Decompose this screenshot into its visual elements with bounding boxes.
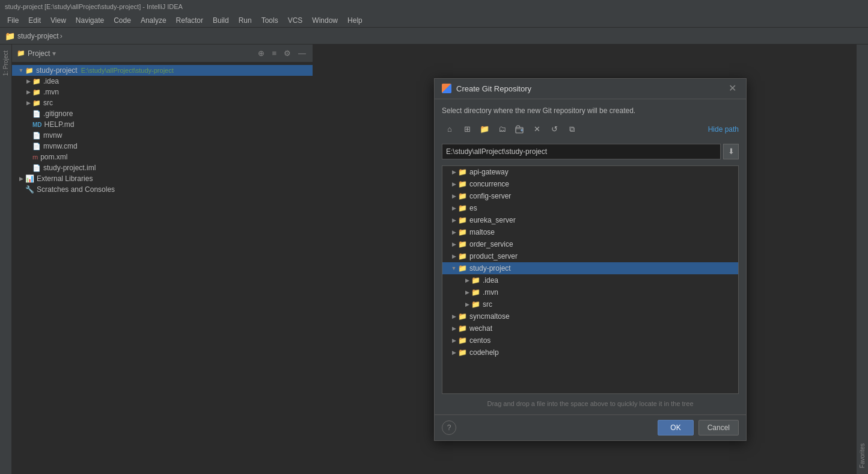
concurrence-folder-icon: 📁 bbox=[458, 180, 467, 188]
dialog-description: Select directory where the new Git repos… bbox=[442, 106, 739, 115]
api-gateway-folder-icon: 📁 bbox=[458, 168, 467, 176]
project-name-tag: study-project bbox=[17, 32, 59, 40]
panel-collapse-btn[interactable]: ≡ bbox=[270, 48, 278, 58]
menu-vcs[interactable]: VCS bbox=[283, 15, 308, 26]
dialog-tree-codehelp[interactable]: ▶ 📁 codehelp bbox=[442, 346, 738, 359]
tree-root-item[interactable]: ▼ 📁 study-project E:\study\allProject\st… bbox=[12, 65, 313, 76]
title-text: study-project [E:\study\allProject\study… bbox=[5, 3, 183, 10]
eureka-folder-icon: 📁 bbox=[458, 216, 467, 224]
tree-item-mvnwcmd[interactable]: 📄 mvnw.cmd bbox=[12, 141, 313, 152]
toolbar-folder-small-btn[interactable]: 🗂 bbox=[494, 122, 510, 137]
path-input[interactable] bbox=[442, 144, 721, 159]
project-tree[interactable]: ▼ 📁 study-project E:\study\allProject\st… bbox=[12, 63, 313, 474]
root-label: study-project bbox=[36, 66, 78, 75]
toolbar-view-btn[interactable]: ⊞ bbox=[459, 122, 475, 137]
dialog-tree-idea-child[interactable]: ▶ 📁 .idea bbox=[442, 274, 738, 286]
tree-item-ext-libs[interactable]: ▶ 📊 External Libraries bbox=[12, 173, 313, 184]
tree-item-helpmd[interactable]: MD HELP.md bbox=[12, 119, 313, 130]
menu-analyze[interactable]: Analyze bbox=[136, 15, 171, 26]
maltose-arrow: ▶ bbox=[450, 229, 458, 235]
path-download-btn[interactable]: ⬇ bbox=[723, 144, 739, 159]
iml-file-icon: 📄 bbox=[32, 164, 41, 172]
dialog-file-tree[interactable]: ▶ 📁 api-gateway ▶ 📁 concurrence bbox=[442, 165, 739, 394]
toolbar-home-btn[interactable]: ⌂ bbox=[442, 122, 457, 137]
dialog-tree-eureka[interactable]: ▶ 📁 eureka_server bbox=[442, 214, 738, 226]
dialog-title-bar: Create Git Repository ✕ bbox=[435, 79, 746, 99]
title-bar: study-project [E:\study\allProject\study… bbox=[0, 0, 868, 13]
mvn-folder-icon: 📁 bbox=[32, 88, 41, 96]
hide-path-link[interactable]: Hide path bbox=[708, 125, 739, 134]
panel-title-group: 📁 Project ▾ bbox=[17, 49, 56, 58]
main-layout: 1: Project 📁 Project ▾ ⊕ ≡ ⚙ — ▼ 📁 bbox=[0, 45, 868, 474]
product-server-folder-icon: 📁 bbox=[458, 252, 467, 260]
order-service-folder-icon: 📁 bbox=[458, 240, 467, 248]
tree-item-iml[interactable]: 📄 study-project.iml bbox=[12, 162, 313, 173]
menu-code[interactable]: Code bbox=[109, 15, 136, 26]
study-project-arrow: ▼ bbox=[450, 265, 458, 271]
pom-file-icon: m bbox=[32, 153, 38, 161]
menu-view[interactable]: View bbox=[46, 15, 71, 26]
tree-item-idea[interactable]: ▶ 📁 .idea bbox=[12, 76, 313, 87]
md-file-icon: MD bbox=[32, 122, 42, 128]
toolbar-delete-btn[interactable]: ✕ bbox=[529, 122, 545, 137]
favorites-strip: Favorites bbox=[856, 45, 868, 474]
toolbar-link-btn[interactable]: ⧉ bbox=[564, 122, 579, 137]
tree-item-src[interactable]: ▶ 📁 src bbox=[12, 97, 313, 108]
tree-item-mvnw[interactable]: 📄 mvnw bbox=[12, 130, 313, 141]
help-icon: ? bbox=[447, 423, 451, 432]
toolbar-refresh-btn[interactable]: ↺ bbox=[546, 122, 562, 137]
dialog-tree-mvn-child[interactable]: ▶ 📁 .mvn bbox=[442, 286, 738, 298]
dialog-tree-study-project[interactable]: ▼ 📁 study-project bbox=[442, 262, 738, 274]
dialog-tree-wechat[interactable]: ▶ 📁 wechat bbox=[442, 322, 738, 334]
dialog-tree-es[interactable]: ▶ 📁 es bbox=[442, 202, 738, 214]
panel-dropdown-arrow[interactable]: ▾ bbox=[52, 49, 56, 58]
menu-file[interactable]: File bbox=[2, 15, 23, 26]
ok-button[interactable]: OK bbox=[658, 420, 693, 436]
dialog-tree-maltose[interactable]: ▶ 📁 maltose bbox=[442, 226, 738, 238]
codehelp-arrow: ▶ bbox=[450, 349, 458, 356]
toolbar-folder-btn[interactable]: 📁 bbox=[477, 122, 492, 137]
root-folder-icon: 📁 bbox=[25, 67, 34, 75]
cancel-button[interactable]: Cancel bbox=[698, 420, 739, 436]
dialog-tree-product-server[interactable]: ▶ 📁 product_server bbox=[442, 250, 738, 262]
mvn-child-arrow: ▶ bbox=[463, 289, 471, 295]
help-button[interactable]: ? bbox=[442, 420, 456, 435]
dialog-tree-config-server[interactable]: ▶ 📁 config-server bbox=[442, 190, 738, 202]
dialog-tree-centos[interactable]: ▶ 📁 centos bbox=[442, 334, 738, 346]
tree-item-mvn[interactable]: ▶ 📁 .mvn bbox=[12, 87, 313, 97]
menu-navigate[interactable]: Navigate bbox=[71, 15, 109, 26]
dialog-close-button[interactable]: ✕ bbox=[726, 82, 739, 94]
menu-build[interactable]: Build bbox=[208, 15, 234, 26]
git-icon bbox=[442, 84, 451, 93]
dialog-tree-order-service[interactable]: ▶ 📁 order_service bbox=[442, 238, 738, 250]
tree-item-scratches[interactable]: 🔧 Scratches and Consoles bbox=[12, 184, 313, 195]
menu-tools[interactable]: Tools bbox=[257, 15, 283, 26]
menu-window[interactable]: Window bbox=[307, 15, 343, 26]
footer-buttons: OK Cancel bbox=[658, 420, 739, 436]
favorites-label: Favorites bbox=[859, 443, 866, 468]
menu-refactor[interactable]: Refactor bbox=[171, 15, 208, 26]
panel-scroll-btn[interactable]: ⊕ bbox=[256, 48, 266, 58]
menu-help[interactable]: Help bbox=[343, 15, 367, 26]
concurrence-arrow: ▶ bbox=[450, 181, 458, 187]
tree-item-gitignore[interactable]: 📄 .gitignore bbox=[12, 108, 313, 119]
menu-run[interactable]: Run bbox=[234, 15, 257, 26]
path-input-row: ⬇ bbox=[442, 144, 739, 159]
dialog-tree-src-child[interactable]: ▶ 📁 src bbox=[442, 298, 738, 310]
project-panel-label: 1: Project bbox=[2, 51, 9, 76]
create-git-repo-dialog: Create Git Repository ✕ Select directory… bbox=[434, 78, 747, 441]
dialog-tree-syncmaltose[interactable]: ▶ 📁 syncmaltose bbox=[442, 310, 738, 322]
config-server-folder-icon: 📁 bbox=[458, 192, 467, 200]
menu-edit[interactable]: Edit bbox=[23, 15, 46, 26]
wechat-arrow: ▶ bbox=[450, 325, 458, 331]
panel-minimize-btn[interactable]: — bbox=[296, 48, 308, 58]
dialog-footer: ? OK Cancel bbox=[435, 414, 746, 440]
panel-settings-btn[interactable]: ⚙ bbox=[282, 48, 293, 58]
menu-bar: File Edit View Navigate Code Analyze Ref… bbox=[0, 13, 868, 28]
tree-item-pomxml[interactable]: m pom.xml bbox=[12, 152, 313, 162]
dialog-tree-concurrence[interactable]: ▶ 📁 concurrence bbox=[442, 178, 738, 190]
toolbar-new-folder-btn[interactable] bbox=[512, 122, 527, 137]
folder-small-icon: 📁 bbox=[17, 49, 25, 57]
dialog-body: Select directory where the new Git repos… bbox=[435, 99, 746, 414]
dialog-tree-api-gateway[interactable]: ▶ 📁 api-gateway bbox=[442, 166, 738, 178]
